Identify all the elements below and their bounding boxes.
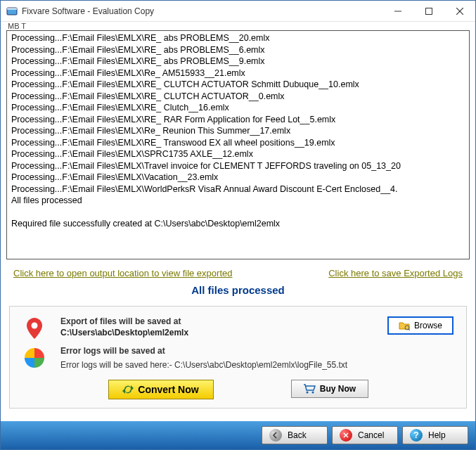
svg-rect-3 <box>426 8 432 14</box>
error-log-label: Error logs will be saved at <box>60 346 454 356</box>
app-window: Fixvare Software - Evaluation Copy MB T … <box>0 0 476 450</box>
back-button[interactable]: Back <box>262 426 328 444</box>
svg-rect-1 <box>7 8 17 10</box>
pie-chart-icon <box>22 346 46 370</box>
action-row: Convert Now Buy Now <box>22 375 454 401</box>
cancel-x-icon <box>340 429 352 442</box>
close-button[interactable] <box>444 1 475 22</box>
location-pin-icon <box>22 316 46 340</box>
buy-label: Buy Now <box>320 384 356 394</box>
buy-now-button[interactable]: Buy Now <box>291 380 368 398</box>
titlebar: Fixvare Software - Evaluation Copy <box>1 1 475 22</box>
svg-point-6 <box>32 323 38 329</box>
export-location-row: Export of files will be saved at C:\User… <box>22 316 454 340</box>
browse-button[interactable]: Browse <box>387 316 454 335</box>
convert-label: Convert Now <box>138 384 198 395</box>
minimize-button[interactable] <box>382 1 413 22</box>
back-label: Back <box>288 430 307 440</box>
content-area: Processing...F:\Email Files\EMLX\RE_ abs… <box>1 30 475 421</box>
app-icon <box>6 6 18 17</box>
open-output-link[interactable]: Click here to open output location to vi… <box>13 268 232 278</box>
export-location-text: Export of files will be saved at C:\User… <box>60 316 373 338</box>
cycle-arrows-icon <box>122 385 134 394</box>
menubar-fragment: MB T <box>1 22 475 30</box>
error-log-row: Error logs will be saved at Error logs w… <box>22 346 454 370</box>
processing-log[interactable]: Processing...F:\Email Files\EMLX\RE_ abs… <box>6 30 470 259</box>
save-logs-link[interactable]: Click here to save Exported Logs <box>328 268 463 278</box>
help-button[interactable]: ? Help <box>402 426 468 444</box>
svg-line-8 <box>409 329 410 330</box>
svg-point-10 <box>311 392 314 394</box>
error-log-text: Error logs will be saved at Error logs w… <box>60 346 454 370</box>
cancel-label: Cancel <box>358 430 384 440</box>
back-arrow-icon <box>269 429 282 442</box>
cart-icon <box>303 384 316 394</box>
window-title: Fixvare Software - Evaluation Copy <box>22 6 382 16</box>
folder-icon <box>399 321 410 330</box>
maximize-button[interactable] <box>413 1 444 22</box>
help-label: Help <box>428 430 446 440</box>
export-location-path: C:\Users\abc\Desktop\eml2emlx <box>60 328 373 338</box>
browse-label: Browse <box>414 321 442 330</box>
help-question-icon: ? <box>410 429 423 442</box>
status-message: All files processed <box>6 280 470 303</box>
links-row: Click here to open output location to vi… <box>6 259 470 280</box>
export-location-label: Export of files will be saved at <box>60 316 373 326</box>
wizard-navbar: Back Cancel ? Help <box>1 421 475 449</box>
convert-now-button[interactable]: Convert Now <box>108 380 214 399</box>
error-log-path: Error logs will be saved here:- C:\Users… <box>60 360 454 370</box>
svg-point-9 <box>306 392 308 394</box>
options-panel: Export of files will be saved at C:\User… <box>9 306 467 409</box>
cancel-button[interactable]: Cancel <box>332 426 398 444</box>
